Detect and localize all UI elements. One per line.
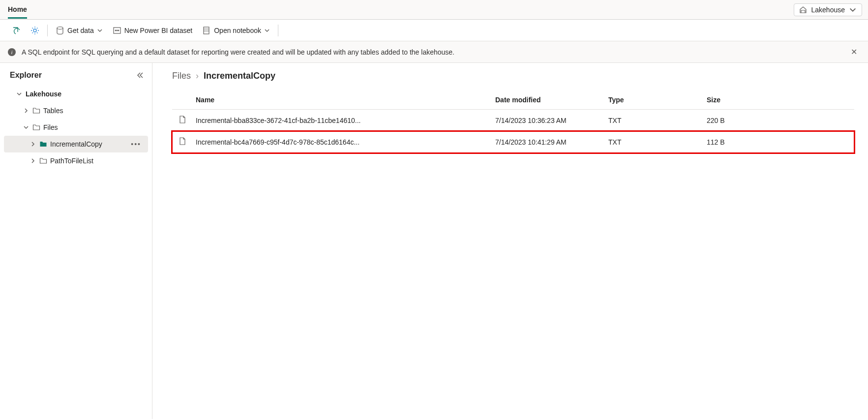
chevron-down-icon xyxy=(23,124,30,131)
svg-point-1 xyxy=(57,27,63,29)
info-icon: i xyxy=(8,48,16,56)
cell-modified: 7/14/2023 10:36:23 AM xyxy=(495,117,608,124)
folder-open-icon xyxy=(39,140,47,148)
chevron-down-icon xyxy=(97,28,103,33)
chevron-down-icon xyxy=(849,6,857,14)
notebook-icon xyxy=(202,26,211,35)
explorer-title: Explorer xyxy=(10,71,42,80)
chevron-down-icon xyxy=(264,28,270,33)
refresh-button[interactable] xyxy=(8,23,25,38)
explorer-sidebar: Explorer Lakehouse Tables xyxy=(0,63,152,419)
get-data-label: Get data xyxy=(67,27,94,34)
workspace: Explorer Lakehouse Tables xyxy=(0,63,868,419)
cell-size: 112 B xyxy=(707,138,854,146)
lakehouse-icon xyxy=(799,6,807,14)
folder-icon xyxy=(39,157,47,165)
col-size[interactable]: Size xyxy=(707,96,854,104)
info-text: A SQL endpoint for SQL querying and a de… xyxy=(22,48,454,56)
table-row[interactable]: Incremental-bc4a7669-c95f-4d7c-978c-85c1… xyxy=(172,131,854,153)
table-header: Name Date modified Type Size xyxy=(172,90,854,110)
tree-item-incrementalcopy[interactable]: IncrementalCopy ••• xyxy=(4,136,148,152)
svg-point-4 xyxy=(117,30,118,31)
dataset-icon xyxy=(113,26,121,35)
tree-label: Files xyxy=(43,123,58,131)
explorer-tree: Lakehouse Tables Files xyxy=(0,86,152,169)
col-modified[interactable]: Date modified xyxy=(495,96,608,104)
collapse-icon[interactable] xyxy=(136,71,144,79)
tree-item-files[interactable]: Files xyxy=(4,119,148,136)
folder-icon xyxy=(32,107,40,115)
new-dataset-label: New Power BI dataset xyxy=(124,27,193,34)
get-data-button[interactable]: Get data xyxy=(52,23,107,38)
col-type[interactable]: Type xyxy=(608,96,707,104)
tree-label: IncrementalCopy xyxy=(50,140,102,148)
svg-point-3 xyxy=(115,30,116,31)
toolbar: Get data New Power BI dataset Open noteb… xyxy=(0,20,868,41)
table-row[interactable]: Incremental-bba833ce-3672-41cf-ba2b-11cb… xyxy=(172,110,854,131)
more-icon[interactable]: ••• xyxy=(131,140,144,148)
content-area: Files › IncrementalCopy Name Date modifi… xyxy=(152,63,868,419)
cell-modified: 7/14/2023 10:41:29 AM xyxy=(495,138,608,146)
cell-size: 220 B xyxy=(707,117,854,124)
file-icon xyxy=(178,137,187,146)
cell-type: TXT xyxy=(608,117,707,124)
chevron-right-icon xyxy=(23,107,30,114)
tree-label: Lakehouse xyxy=(26,90,61,98)
refresh-icon xyxy=(12,26,21,35)
chevron-down-icon xyxy=(16,90,23,97)
close-banner-button[interactable]: ✕ xyxy=(848,46,860,58)
cell-type: TXT xyxy=(608,138,707,146)
tree-root-lakehouse[interactable]: Lakehouse xyxy=(4,86,148,102)
svg-point-0 xyxy=(33,29,36,32)
svg-point-5 xyxy=(118,30,119,31)
tree-label: Tables xyxy=(43,107,63,115)
tree-item-tables[interactable]: Tables xyxy=(4,102,148,119)
tree-item-pathtofilelist[interactable]: PathToFileList xyxy=(4,152,148,169)
gear-icon xyxy=(30,26,39,35)
settings-button[interactable] xyxy=(27,23,43,38)
tree-label: PathToFileList xyxy=(50,157,93,165)
breadcrumb: Files › IncrementalCopy xyxy=(172,71,854,81)
tab-home[interactable]: Home xyxy=(8,0,27,19)
new-dataset-button[interactable]: New Power BI dataset xyxy=(109,23,197,38)
info-banner: i A SQL endpoint for SQL querying and a … xyxy=(0,41,868,63)
folder-icon xyxy=(32,123,40,131)
svg-rect-6 xyxy=(204,27,209,34)
toolbar-divider xyxy=(278,25,278,36)
cell-name: Incremental-bba833ce-3672-41cf-ba2b-11cb… xyxy=(196,117,495,124)
open-notebook-button[interactable]: Open notebook xyxy=(198,23,274,38)
open-notebook-label: Open notebook xyxy=(214,27,261,34)
view-switcher-label: Lakehouse xyxy=(811,6,845,14)
file-list: Incremental-bba833ce-3672-41cf-ba2b-11cb… xyxy=(172,110,854,153)
breadcrumb-current: IncrementalCopy xyxy=(204,71,275,81)
view-switcher[interactable]: Lakehouse xyxy=(794,3,862,16)
col-name[interactable]: Name xyxy=(196,96,495,104)
chevron-right-icon xyxy=(30,157,36,164)
breadcrumb-root[interactable]: Files xyxy=(172,71,191,81)
file-icon xyxy=(178,115,187,124)
cell-name: Incremental-bc4a7669-c95f-4d7c-978c-85c1… xyxy=(196,138,495,146)
toolbar-divider xyxy=(47,25,48,36)
chevron-right-icon: › xyxy=(196,71,199,81)
database-icon xyxy=(56,26,64,35)
chevron-right-icon xyxy=(30,141,36,148)
top-bar: Home Lakehouse xyxy=(0,0,868,20)
